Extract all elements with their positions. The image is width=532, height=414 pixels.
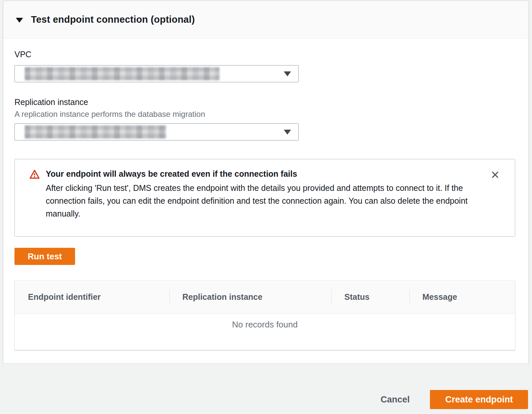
replication-instance-field: Replication instance A replication insta… bbox=[14, 97, 517, 141]
caret-down-icon bbox=[284, 130, 291, 135]
form-footer: Cancel Create endpoint bbox=[0, 364, 532, 414]
table-header-row: Endpoint identifier Replication instance… bbox=[15, 281, 515, 314]
warning-banner: Your endpoint will always be created eve… bbox=[14, 159, 515, 237]
vpc-select[interactable] bbox=[14, 65, 299, 82]
vpc-field: VPC bbox=[14, 50, 517, 82]
caret-down-icon bbox=[284, 71, 291, 76]
panel-header[interactable]: Test endpoint connection (optional) bbox=[3, 1, 528, 39]
replication-instance-description: A replication instance performs the data… bbox=[14, 110, 517, 119]
warning-title: Your endpoint will always be created eve… bbox=[46, 168, 474, 179]
table-empty-message: No records found bbox=[15, 314, 515, 350]
column-header-replication-instance[interactable]: Replication instance bbox=[169, 281, 331, 313]
column-header-status[interactable]: Status bbox=[331, 281, 409, 313]
warning-triangle-icon bbox=[29, 169, 40, 220]
panel-body: VPC Replication instance A replication i… bbox=[3, 39, 528, 363]
cancel-button[interactable]: Cancel bbox=[381, 390, 410, 409]
column-header-endpoint-identifier[interactable]: Endpoint identifier bbox=[15, 281, 169, 313]
vpc-selected-value-redacted bbox=[25, 67, 220, 80]
create-endpoint-button[interactable]: Create endpoint bbox=[430, 390, 528, 409]
column-header-message[interactable]: Message bbox=[409, 281, 515, 313]
replication-instance-select[interactable] bbox=[14, 123, 299, 141]
test-endpoint-connection-panel: Test endpoint connection (optional) VPC … bbox=[3, 1, 529, 364]
close-icon[interactable] bbox=[490, 170, 500, 180]
replication-instance-label: Replication instance bbox=[14, 97, 517, 107]
warning-text: Your endpoint will always be created eve… bbox=[46, 168, 474, 220]
test-results-table: Endpoint identifier Replication instance… bbox=[14, 280, 515, 350]
collapse-triangle-icon bbox=[16, 18, 23, 23]
replication-instance-selected-value-redacted bbox=[25, 125, 166, 139]
vpc-label: VPC bbox=[14, 50, 517, 59]
run-test-button[interactable]: Run test bbox=[14, 248, 75, 265]
panel-title: Test endpoint connection (optional) bbox=[31, 14, 195, 25]
warning-body: After clicking 'Run test', DMS creates t… bbox=[46, 182, 474, 220]
